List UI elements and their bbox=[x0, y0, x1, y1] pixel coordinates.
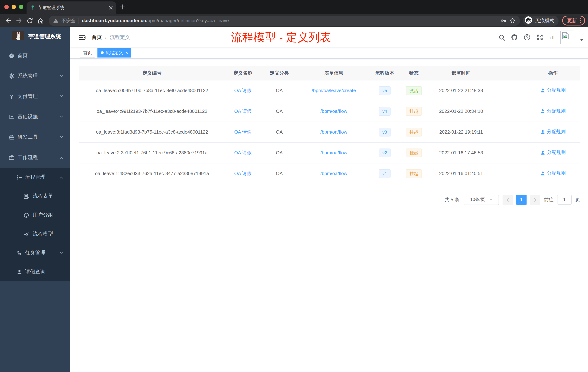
definition-name-link[interactable]: OA 请假 bbox=[225, 80, 261, 101]
url-text[interactable]: dashboard.yudao.iocoder.cn/bpm/manager/d… bbox=[82, 18, 497, 23]
page-size-select[interactable]: 10条/页 bbox=[464, 195, 499, 205]
tags-view-bar: 首页 流程定义 × bbox=[70, 47, 588, 59]
breadcrumb-home-link[interactable]: 首页 bbox=[92, 34, 102, 41]
version-badge: v1 bbox=[379, 169, 390, 178]
sidebar-item-label: 工作流程 bbox=[17, 154, 38, 161]
browser-tab[interactable]: 芋道管理系统 bbox=[27, 1, 116, 14]
page-number-button[interactable]: 1 bbox=[516, 195, 526, 205]
col-deploy-time: 部署时间 bbox=[428, 66, 494, 80]
tag-label: 首页 bbox=[83, 50, 92, 56]
minimize-window-button[interactable] bbox=[12, 5, 16, 9]
sidebar-item-process-management[interactable]: 流程管理 bbox=[0, 168, 70, 187]
sidebar-item-workflow[interactable]: 工作流程 bbox=[0, 147, 70, 168]
red-annotation-title: 流程模型 - 定义列表 bbox=[231, 30, 331, 45]
collapse-sidebar-icon[interactable] bbox=[79, 34, 86, 41]
form-link[interactable]: /bpm/oa/flow bbox=[297, 121, 370, 142]
incognito-label: 无痕模式 bbox=[535, 17, 554, 24]
filler-cell bbox=[494, 163, 526, 184]
assign-rule-button[interactable]: 分配规则 bbox=[540, 129, 566, 135]
address-bar[interactable]: 不安全 dashboard.yudao.iocoder.cn/bpm/manag… bbox=[49, 15, 520, 26]
form-link[interactable]: /bpm/oa/leave/create bbox=[297, 80, 370, 101]
form-link[interactable]: /bpm/oa/flow bbox=[297, 101, 370, 121]
forward-button[interactable] bbox=[14, 15, 24, 26]
definition-name-link[interactable]: OA 请假 bbox=[225, 101, 261, 121]
col-definition-id: 定义编号 bbox=[79, 66, 225, 80]
sidebar-item-process-form[interactable]: 流程表单 bbox=[0, 187, 70, 206]
definition-name-link[interactable]: OA 请假 bbox=[225, 163, 261, 184]
user-icon bbox=[540, 109, 545, 114]
workflow-submenu: 流程管理 流程表单 用户分组 bbox=[0, 168, 70, 281]
sidebar-item-system[interactable]: 系统管理 bbox=[0, 66, 70, 86]
font-size-icon[interactable]: TT bbox=[549, 34, 555, 40]
page-unit-label: 页 bbox=[575, 196, 580, 203]
back-button[interactable] bbox=[3, 15, 13, 26]
goto-page-input[interactable] bbox=[557, 195, 572, 205]
tag-home[interactable]: 首页 bbox=[80, 48, 95, 57]
toolbox-icon bbox=[9, 134, 15, 140]
close-tag-icon[interactable]: × bbox=[126, 50, 128, 55]
active-tag-dot bbox=[101, 51, 104, 54]
sidebar-item-process-model[interactable]: 流程模型 bbox=[0, 225, 70, 243]
status-cell: 挂起 bbox=[399, 142, 428, 163]
table-row: oa_leave:3:1fad3d93-7b75-11ec-a3c8-acde4… bbox=[79, 121, 580, 142]
assign-rule-button[interactable]: 分配规则 bbox=[540, 108, 566, 114]
gear-icon bbox=[9, 73, 15, 79]
sidebar-item-home[interactable]: 首页 bbox=[0, 45, 70, 66]
status-badge: 挂起 bbox=[406, 107, 422, 116]
definition-name-link[interactable]: OA 请假 bbox=[225, 121, 261, 142]
sidebar-item-payment[interactable]: ¥ 支付管理 bbox=[0, 86, 70, 107]
avatar-dropdown-caret-icon[interactable] bbox=[580, 39, 584, 41]
sidebar-item-leave-query[interactable]: 请假查询 bbox=[0, 263, 70, 281]
fullscreen-icon[interactable] bbox=[536, 34, 543, 41]
page-navbar: 首页 / 流程定义 流程模型 - 定义列表 bbox=[70, 27, 588, 47]
status-cell: 挂起 bbox=[399, 163, 428, 184]
user-icon bbox=[540, 130, 545, 134]
form-link[interactable]: /bpm/oa/flow bbox=[297, 142, 370, 163]
avatar[interactable] bbox=[560, 30, 574, 44]
definition-table: 定义编号 定义名称 定义分类 表单信息 流程版本 状态 部署时间 操作 bbox=[79, 66, 580, 184]
close-window-button[interactable] bbox=[4, 5, 9, 9]
password-key-icon[interactable] bbox=[500, 17, 506, 24]
sidebar-item-label: 研发工具 bbox=[17, 134, 38, 141]
sidebar-item-task-management[interactable]: 任务管理 bbox=[0, 243, 70, 263]
assign-rule-button[interactable]: 分配规则 bbox=[540, 149, 566, 156]
col-definition-category: 定义分类 bbox=[261, 66, 297, 80]
tag-process-definition[interactable]: 流程定义 × bbox=[97, 48, 131, 57]
definition-category-cell: OA bbox=[261, 101, 297, 121]
sidebar-item-infrastructure[interactable]: 基础设施 bbox=[0, 107, 70, 127]
form-link[interactable]: /bpm/oa/flow bbox=[297, 163, 370, 184]
help-icon[interactable] bbox=[524, 34, 530, 41]
new-tab-button[interactable] bbox=[120, 4, 125, 10]
definition-category-cell: OA bbox=[261, 163, 297, 184]
sidebar-item-label: 任务管理 bbox=[25, 250, 45, 256]
home-button[interactable] bbox=[36, 15, 46, 26]
pagination: 共 5 条 10条/页 1 前往 页 bbox=[79, 195, 580, 205]
app-title: 芋道管理系统 bbox=[28, 33, 61, 40]
filler-cell bbox=[494, 121, 526, 142]
reload-button[interactable] bbox=[25, 15, 35, 26]
next-page-button[interactable] bbox=[530, 195, 540, 205]
window-controls bbox=[4, 5, 23, 9]
zoom-window-button[interactable] bbox=[19, 5, 23, 9]
definition-id-cell: oa_leave:4:991f2193-7b7f-11ec-a3c8-acde4… bbox=[79, 101, 225, 121]
app-logo[interactable]: 芋道管理系统 bbox=[0, 27, 70, 45]
prev-page-button[interactable] bbox=[503, 195, 513, 205]
definition-name-link[interactable]: OA 请假 bbox=[225, 142, 261, 163]
assign-rule-button[interactable]: 分配规则 bbox=[540, 87, 566, 94]
github-icon[interactable] bbox=[511, 34, 518, 41]
sidebar-item-user-group[interactable]: 用户分组 bbox=[0, 206, 70, 225]
assign-rule-button[interactable]: 分配规则 bbox=[540, 170, 566, 177]
actions-cell: 分配规则 bbox=[526, 121, 580, 142]
search-icon[interactable] bbox=[498, 34, 505, 41]
not-secure-warning-icon[interactable] bbox=[53, 18, 59, 23]
sidebar-item-dev-tools[interactable]: 研发工具 bbox=[0, 127, 70, 147]
actions-cell: 分配规则 bbox=[526, 80, 580, 101]
close-tab-icon[interactable] bbox=[109, 6, 113, 10]
chevron-down-icon bbox=[59, 73, 64, 79]
not-secure-label[interactable]: 不安全 bbox=[62, 17, 76, 24]
table-row: oa_leave:4:991f2193-7b7f-11ec-a3c8-acde4… bbox=[79, 101, 580, 121]
chrome-update-menu-button[interactable]: 更新 bbox=[562, 16, 585, 25]
definition-category-cell: OA bbox=[261, 142, 297, 163]
chevron-down-icon bbox=[59, 94, 64, 99]
bookmark-star-icon[interactable] bbox=[509, 17, 516, 24]
